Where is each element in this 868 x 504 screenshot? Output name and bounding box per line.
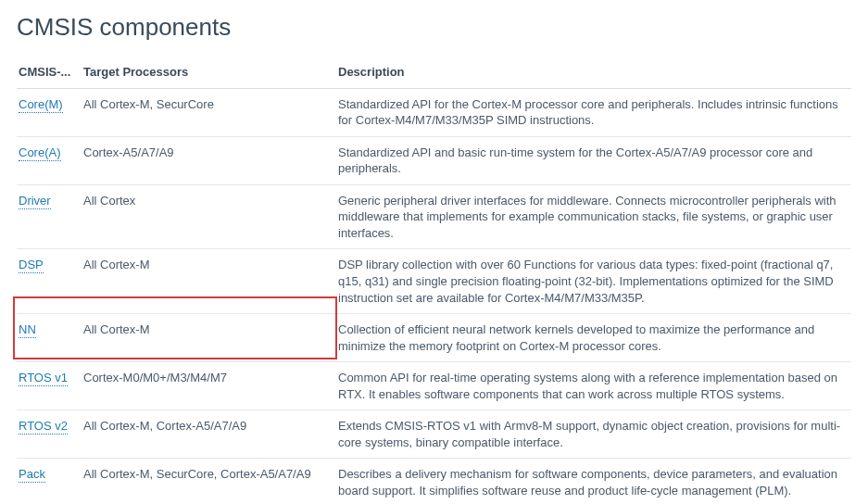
desc-cell: Standardized API for the Cortex-M proces… [336,88,851,136]
components-table: CMSIS-... Target Processors Description … [17,57,851,504]
component-link[interactable]: RTOS v1 [19,371,68,386]
target-cell: All Cortex-M [82,314,336,362]
target-cell: All Cortex [82,184,336,249]
table-row: Core(A)Cortex-A5/A7/A9Standardized API a… [17,136,851,184]
col-header-desc: Description [336,57,851,88]
desc-cell: Standardized API and basic run-time syst… [336,136,851,184]
target-cell: Cortex-M0/M0+/M3/M4/M7 [82,362,336,410]
table-wrap: CMSIS-... Target Processors Description … [17,57,851,504]
page-title: CMSIS components [17,11,851,44]
table-row: Core(M)All Cortex-M, SecurCoreStandardiz… [17,88,851,136]
desc-cell: Describes a delivery mechanism for softw… [336,459,851,504]
component-link[interactable]: Core(M) [19,97,63,113]
component-link[interactable]: DSP [19,258,44,273]
table-row: NNAll Cortex-MCollection of efficient ne… [17,314,851,362]
target-cell: All Cortex-M, SecurCore, Cortex-A5/A7/A9 [82,459,336,504]
desc-cell: Common API for real-time operating syste… [336,362,851,410]
component-link[interactable]: Pack [19,467,45,483]
table-row: RTOS v1Cortex-M0/M0+/M3/M4/M7Common API … [17,362,851,410]
col-header-name: CMSIS-... [17,57,82,88]
desc-cell: Generic peripheral driver interfaces for… [336,184,851,249]
desc-cell: Extends CMSIS-RTOS v1 with Armv8-M suppo… [336,410,851,459]
component-link[interactable]: NN [19,322,36,338]
component-link[interactable]: RTOS v2 [19,419,68,435]
col-header-target: Target Processors [82,57,336,88]
table-row: RTOS v2All Cortex-M, Cortex-A5/A7/A9 Ext… [17,410,851,459]
target-cell: All Cortex-M [82,249,336,314]
target-cell: All Cortex-M, Cortex-A5/A7/A9 [82,410,336,459]
target-cell: All Cortex-M, SecurCore [82,88,336,136]
desc-cell: DSP library collection with over 60 Func… [336,249,851,314]
component-link[interactable]: Driver [19,194,51,209]
target-cell: Cortex-A5/A7/A9 [82,136,336,184]
table-row: PackAll Cortex-M, SecurCore, Cortex-A5/A… [17,459,851,504]
table-row: DSPAll Cortex-MDSP library collection wi… [17,249,851,314]
table-header-row: CMSIS-... Target Processors Description [17,57,851,88]
component-link[interactable]: Core(A) [19,145,61,161]
table-row: DriverAll CortexGeneric peripheral drive… [17,184,851,249]
desc-cell: Collection of efficient neural network k… [336,314,851,362]
